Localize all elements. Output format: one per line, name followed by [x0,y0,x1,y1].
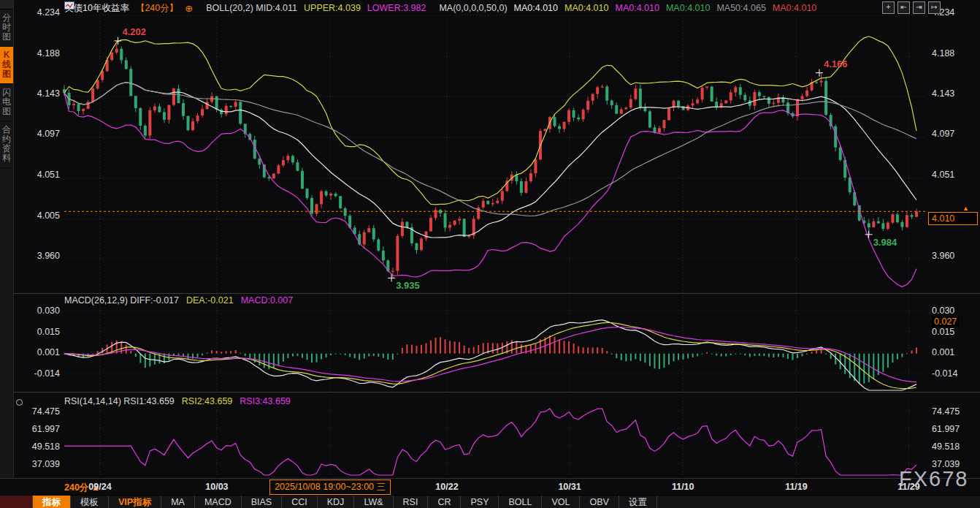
candle-body [258,159,261,164]
candle-body [239,102,242,124]
macd-hist-bar [425,344,426,354]
panel-collapse-icon[interactable] [16,399,23,406]
date-tick: 10/31 [558,482,581,492]
extreme-markers [115,37,873,281]
extreme-label: 3.935 [396,280,420,291]
macd-hist-bar [678,354,679,360]
macd-hist-bar [778,354,779,357]
candle-body [325,192,328,196]
macd-hist-bar [782,354,784,357]
candle-body [163,112,166,119]
macd-hist-bar [535,344,536,353]
candle-body [554,117,556,126]
pan-chart-icon[interactable]: ↦ [928,1,941,14]
toolbar-tab-BIAS[interactable]: BIAS [242,496,283,508]
macd-hist-bar [730,354,732,355]
toolbar-tab-CR[interactable]: CR [428,496,461,508]
candle-body [915,211,918,216]
candle-body [448,225,451,228]
toolbar-tab-VIP指标[interactable]: VIP指标 [109,496,161,508]
candle-body [134,96,137,108]
x-axis-scale-icon[interactable]: ⇥ [913,1,925,14]
toolbar-tab-VOL[interactable]: VOL [542,496,580,508]
sidebar-item-tab[interactable]: 闪电图 [0,84,13,121]
macd-hist-bar [583,347,584,353]
macd-hist-bar [611,354,613,355]
macd-hist-bar [421,345,422,354]
macd-hist-bar [901,354,903,357]
candle-body [853,192,856,205]
sidebar-item-tab[interactable]: 合约资料 [0,121,13,168]
candle-body [677,101,680,107]
macd-hist-bar [763,354,765,356]
macd-hist-bar [668,354,670,365]
macd-header: MACD(26,12,9) DIFF:-0.017DEA:-0.021MACD:… [64,295,293,306]
macd-hist-bar [302,354,303,358]
macd-hist-bar [387,354,388,360]
candle-body [277,165,280,173]
highlighted-date-badge: 2025/10/08 19:00~23:00 三 [269,479,391,495]
candle-body [896,214,899,222]
toolbar-tab-PSY[interactable]: PSY [461,496,499,508]
macd-hist-bar [592,347,594,353]
macd-hist-bar [568,341,570,354]
price-tick: 4.143 [932,88,974,99]
toolbar-tab-指标[interactable]: 指标 [33,496,71,508]
candle-body [910,215,913,216]
candle-body [496,201,499,203]
toolbar-tab-设置[interactable]: 设置 [619,496,657,508]
macd-hist-bar [449,341,451,353]
toolbar-tab-CCI[interactable]: CCI [282,496,318,508]
toolbar-tab-MACD[interactable]: MACD [195,496,242,508]
macd-hist-bar [154,354,156,365]
sidebar-item-kline[interactable]: K线图 [0,47,13,84]
candle-body [906,215,908,227]
price-tick: 4.188 [932,48,974,58]
price-tick: 4.097 [18,129,60,139]
price-tick: 4.143 [18,88,60,99]
macd-hist-bar [292,354,294,357]
candle-body [596,87,599,94]
candle-body [868,223,870,227]
macd-hist-bar [754,354,755,356]
macd-hist-bar [735,354,736,355]
macd-hist-bar [316,354,318,363]
ma-value: MA0:4.010 [666,3,710,13]
candle-body [187,116,190,130]
toolbar-tab-MA[interactable]: MA [161,496,195,508]
candle-body [125,60,128,69]
candle-body [339,196,342,208]
macd-hist-bar [287,354,288,358]
add-indicator-icon[interactable]: ⊕ [185,3,193,14]
extreme-label: 4.202 [123,26,147,37]
toolbar-tab-LW&[interactable]: LW& [354,496,393,508]
candle-body [605,86,608,100]
macd-hist-bar [230,351,231,354]
candle-body [367,228,370,232]
toolbar-tab-RSI[interactable]: RSI [394,496,429,508]
candle-body [815,82,818,83]
date-tick: 10/03 [205,482,228,492]
candle-body [87,102,90,109]
macd-hist-bar [373,354,375,356]
macd-hist-bar [397,354,398,355]
toolbar-tab-模板[interactable]: 模板 [71,496,109,508]
candle-body [743,95,746,100]
macd-hist-bar [311,354,313,363]
time-axis: 240分 ▲ 2025/10/08 19:00~23:00 三 09/2410/… [0,478,980,496]
candle-body [634,88,637,99]
macd-hist-bar [697,354,698,357]
crosshair-tool-icon[interactable]: + [882,1,895,14]
toolbar-tab-KDJ[interactable]: KDJ [318,496,355,508]
candle-body [129,69,132,96]
macd-hist-bar [340,354,341,355]
candle-body [643,107,646,111]
sidebar-item-tab[interactable]: 分时图 [0,10,13,47]
toolbar-tab-BOLL[interactable]: BOLL [499,496,542,508]
y-axis-scale-icon[interactable]: ⇤ [897,1,910,14]
toolbar-tab-OBV[interactable]: OBV [580,496,619,508]
candle-body [534,159,537,173]
candle-body [872,221,875,227]
macd-hist-bar [321,354,322,360]
macd-hist-bar [406,344,407,353]
